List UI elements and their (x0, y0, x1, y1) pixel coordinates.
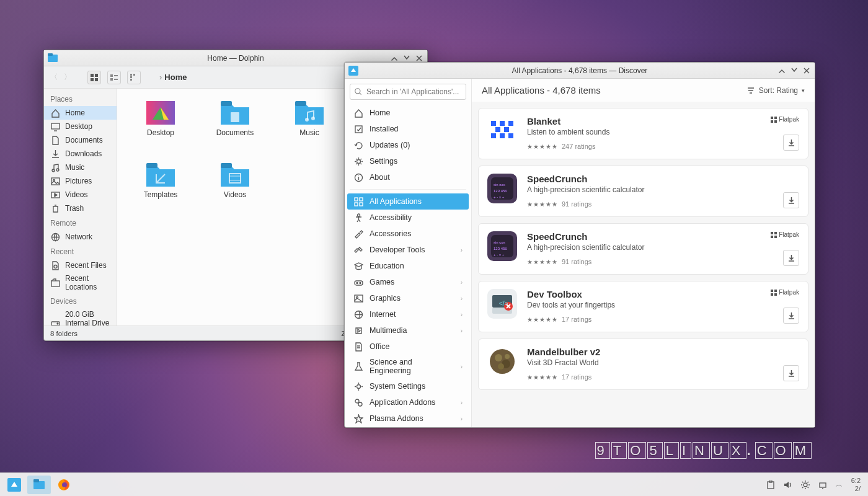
tray-brightness-icon[interactable] (801, 480, 810, 489)
svg-rect-57 (500, 121, 505, 126)
places-trash[interactable]: Trash (44, 202, 117, 215)
folder-icon (221, 101, 249, 125)
svg-rect-2 (91, 74, 94, 77)
category-games[interactable]: Games› (347, 274, 469, 290)
svg-text:</>: </> (499, 300, 508, 307)
category-plasma-addons[interactable]: Plasma Addons› (347, 410, 469, 427)
category-education[interactable]: Education (347, 258, 469, 274)
category-accessibility[interactable]: Accessibility (347, 210, 469, 226)
app-card-dev-toolbox[interactable]: </> Dev Toolbox Dev tools at your finger… (478, 281, 808, 332)
svg-point-15 (52, 169, 55, 172)
app-icon (487, 116, 517, 146)
chevron-right-icon: › (461, 295, 463, 302)
places-music[interactable]: Music (44, 161, 117, 174)
places-pictures[interactable]: Pictures (44, 174, 117, 188)
folder-music[interactable]: Music (272, 101, 347, 137)
details-view-button[interactable] (127, 71, 141, 84)
install-button[interactable] (783, 308, 799, 324)
app-name: Mandelbulber v2 (527, 347, 773, 357)
category-multimedia[interactable]: Multimedia› (347, 322, 469, 339)
desktop-icon (50, 122, 60, 131)
icon-view-button[interactable] (87, 71, 101, 84)
places-network[interactable]: Network (44, 230, 117, 244)
office-icon (353, 342, 363, 352)
documents-icon (50, 135, 60, 145)
category-internet[interactable]: Internet› (347, 306, 469, 322)
svg-point-103 (804, 483, 807, 487)
discover-heading-bar: All Applications - 4,678 items Sort: Rat… (472, 79, 815, 102)
drive-icon (50, 318, 60, 326)
places-videos[interactable]: Videos (44, 188, 117, 202)
nav-fwd-icon[interactable]: 〉 (64, 72, 71, 82)
svg-text:123 456: 123 456 (494, 247, 507, 250)
svg-point-94 (498, 363, 504, 370)
app-card-speedcrunch[interactable]: sin cos123 456+ - × ÷ SpeedCrunch A high… (478, 223, 808, 275)
flatpak-badge: Flatpak (771, 116, 799, 123)
svg-rect-42 (360, 198, 363, 201)
places-drive[interactable]: 20.0 GiB Internal Drive (sda1) (44, 308, 117, 326)
minimize-button[interactable] (776, 65, 787, 76)
places-home[interactable]: Home (44, 106, 117, 120)
nav-home[interactable]: Home (347, 105, 469, 121)
discover-app-icon (348, 66, 358, 76)
discover-titlebar[interactable]: All Applications - 4,678 items — Discove… (345, 63, 815, 79)
compact-view-button[interactable] (107, 71, 121, 84)
category-science-and-engineering[interactable]: Science and Engineering› (347, 355, 469, 378)
search-input[interactable] (350, 84, 466, 100)
plasmaaddons-icon (353, 414, 363, 423)
tray-clipboard-icon[interactable] (766, 480, 775, 489)
folder-icon (221, 163, 249, 187)
category-system-settings[interactable]: System Settings (347, 378, 469, 394)
nav-settings[interactable]: Settings (347, 153, 469, 169)
category-accessories[interactable]: Accessories (347, 226, 469, 242)
maximize-button[interactable] (789, 65, 800, 76)
taskbar-firefox[interactable] (52, 476, 76, 494)
close-button[interactable] (801, 65, 812, 76)
install-button[interactable] (783, 250, 799, 266)
svg-rect-13 (133, 74, 135, 76)
nav-updates[interactable]: Updates (0) (347, 137, 469, 153)
app-card-blanket[interactable]: Blanket Listen to ambient sounds ★★★★★24… (478, 108, 808, 159)
folder-label: Videos (224, 190, 246, 199)
install-button[interactable] (783, 135, 799, 151)
install-button[interactable] (783, 192, 799, 208)
svg-rect-60 (504, 127, 509, 132)
taskbar-clock[interactable]: 6:22/ (851, 477, 861, 492)
tray-network-icon[interactable] (818, 480, 827, 489)
home-icon (353, 108, 363, 118)
svg-point-24 (57, 323, 58, 324)
places-documents[interactable]: Documents (44, 133, 117, 147)
app-card-mandelbulber-v2[interactable]: Mandelbulber v2 Visit 3D Fractal World ★… (478, 339, 808, 390)
places-downloads[interactable]: Downloads (44, 147, 117, 161)
folder-templates[interactable]: Templates (123, 163, 198, 199)
recent-files-icon (50, 260, 60, 270)
taskbar-app-launcher[interactable] (2, 476, 26, 494)
app-card-speedcrunch[interactable]: sin cos123 456+ - × ÷ SpeedCrunch A high… (478, 166, 808, 217)
installed-icon (353, 124, 363, 134)
category-application-addons[interactable]: Application Addons› (347, 394, 469, 410)
nav-about[interactable]: About (347, 169, 469, 185)
games-icon (353, 277, 363, 287)
places-recent-files[interactable]: Recent Files (44, 259, 117, 272)
folder-documents[interactable]: Documents (198, 101, 272, 137)
places-desktop[interactable]: Desktop (44, 120, 117, 133)
taskbar-dolphin[interactable] (27, 476, 51, 494)
folder-desktop[interactable]: Desktop (123, 101, 198, 137)
recent-locations-icon (50, 278, 60, 288)
chevron-right-icon: › (461, 415, 463, 422)
sort-dropdown[interactable]: Sort: Rating ▾ (746, 86, 805, 95)
app-name: Dev Toolbox (527, 289, 761, 299)
app-list[interactable]: Blanket Listen to ambient sounds ★★★★★24… (472, 102, 815, 427)
category-graphics[interactable]: Graphics› (347, 290, 469, 306)
install-button[interactable] (783, 365, 799, 381)
tray-volume-icon[interactable] (784, 480, 792, 489)
svg-rect-61 (491, 133, 496, 138)
category-developer-tools[interactable]: Developer Tools› (347, 242, 469, 258)
folder-videos[interactable]: Videos (198, 163, 272, 199)
category-office[interactable]: Office (347, 339, 469, 355)
nav-back-icon[interactable]: 〈 (50, 72, 58, 82)
nav-installed[interactable]: Installed (347, 121, 469, 137)
places-recent-locations[interactable]: Recent Locations (44, 272, 117, 293)
tray-expand-icon[interactable]: ︿ (836, 480, 843, 489)
nav-all-apps[interactable]: All Applications (347, 193, 469, 210)
